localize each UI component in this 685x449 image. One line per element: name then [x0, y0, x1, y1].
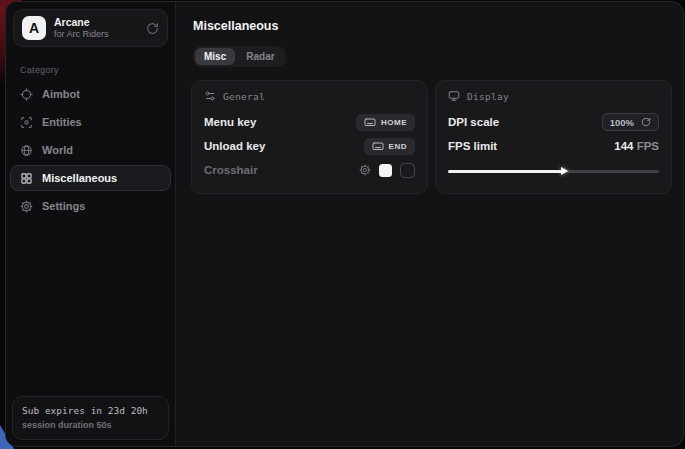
globe-icon — [20, 144, 33, 157]
app-window: A Arcane for Arc Riders Category Aimbot — [5, 1, 684, 447]
refresh-icon[interactable] — [641, 117, 651, 127]
fps-limit-row: FPS limit 144 FPS — [448, 134, 659, 158]
app-logo: A — [22, 16, 46, 40]
sidebar-item-label: Entities — [42, 116, 82, 128]
sidebar-item-miscellaneous[interactable]: Miscellaneous — [10, 165, 171, 191]
category-label: Category — [20, 65, 161, 75]
main-content: Miscellaneous Misc Radar General Menu ke… — [176, 2, 684, 446]
slider-fill — [448, 170, 562, 173]
sync-icon[interactable] — [146, 22, 159, 35]
app-header-text: Arcane for Arc Riders — [54, 16, 138, 40]
gear-icon — [20, 200, 33, 213]
dpi-scale-label: DPI scale — [448, 116, 499, 128]
crosshair-checkbox[interactable] — [400, 163, 415, 178]
sidebar-nav: Aimbot Entities World — [6, 81, 175, 219]
general-card: General Menu key HOME Unload key — [191, 80, 428, 194]
crosshair-settings-gear-icon[interactable] — [359, 164, 371, 176]
sidebar-item-label: Miscellaneous — [42, 172, 117, 184]
scan-eye-icon — [20, 116, 33, 129]
general-card-title: General — [223, 91, 265, 102]
tab-bar: Misc Radar — [193, 46, 286, 67]
fps-limit-value: 144 — [614, 140, 633, 152]
menu-key-row: Menu key HOME — [204, 110, 415, 134]
sidebar-spacer — [6, 219, 175, 390]
unload-key-row: Unload key END — [204, 134, 415, 158]
crosshair-row: Crosshair — [204, 158, 415, 182]
subscription-card: Sub expires in 23d 20h session duration … — [12, 396, 169, 440]
keyboard-icon — [364, 116, 376, 128]
sidebar-item-settings[interactable]: Settings — [10, 193, 171, 219]
display-card: Display DPI scale 100% FPS limit — [435, 80, 672, 194]
tab-radar[interactable]: Radar — [237, 48, 283, 65]
menu-key-label: Menu key — [204, 116, 256, 128]
display-card-title: Display — [467, 91, 509, 102]
tab-misc[interactable]: Misc — [195, 48, 235, 65]
sidebar: A Arcane for Arc Riders Category Aimbot — [6, 2, 176, 446]
sliders-icon — [204, 90, 216, 102]
menu-key-value: HOME — [381, 118, 407, 127]
fps-limit-value-wrap: 144 FPS — [614, 140, 659, 152]
app-name: Arcane — [54, 16, 138, 29]
sidebar-item-label: Aimbot — [42, 88, 80, 100]
page-title: Miscellaneous — [193, 19, 672, 33]
sidebar-item-label: World — [42, 144, 73, 156]
session-duration: session duration 50s — [22, 419, 159, 433]
crosshair-label: Crosshair — [204, 164, 258, 176]
slider-thumb[interactable] — [561, 167, 568, 175]
unload-key-value: END — [389, 142, 407, 151]
grid-icon — [20, 172, 33, 185]
dpi-scale-control[interactable]: 100% — [602, 113, 659, 131]
menu-key-button[interactable]: HOME — [356, 114, 415, 131]
keyboard-icon — [372, 140, 384, 152]
crosshair-icon — [20, 88, 33, 101]
dpi-scale-row: DPI scale 100% — [448, 110, 659, 134]
crosshair-controls — [359, 163, 415, 178]
general-card-header: General — [204, 90, 415, 102]
unload-key-label: Unload key — [204, 140, 265, 152]
crosshair-color-swatch[interactable] — [379, 164, 392, 177]
sidebar-item-aimbot[interactable]: Aimbot — [10, 81, 171, 107]
display-card-header: Display — [448, 90, 659, 102]
sidebar-item-label: Settings — [42, 200, 85, 212]
unload-key-button[interactable]: END — [364, 138, 415, 155]
fps-limit-unit: FPS — [637, 140, 659, 152]
cards-row: General Menu key HOME Unload key — [191, 80, 672, 194]
subscription-expiry: Sub expires in 23d 20h — [22, 404, 159, 418]
app-subtitle: for Arc Riders — [54, 29, 138, 40]
dpi-scale-value: 100% — [610, 117, 634, 128]
monitor-icon — [448, 90, 460, 102]
sidebar-item-entities[interactable]: Entities — [10, 109, 171, 135]
fps-limit-label: FPS limit — [448, 140, 497, 152]
sidebar-item-world[interactable]: World — [10, 137, 171, 163]
app-header-card: A Arcane for Arc Riders — [13, 9, 168, 47]
fps-limit-slider[interactable] — [448, 167, 659, 175]
